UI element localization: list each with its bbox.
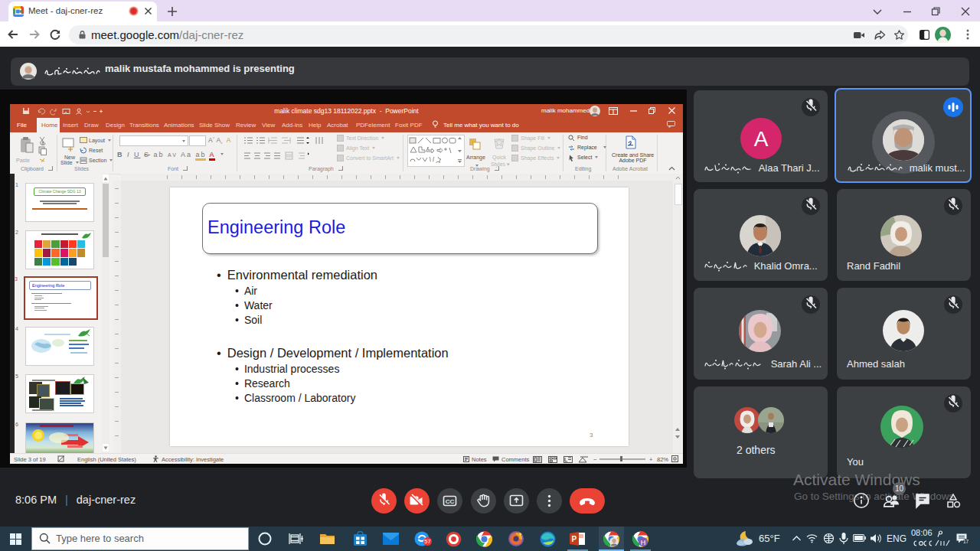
- svg-text:A: A: [754, 127, 769, 151]
- svg-text:H: H: [641, 539, 646, 546]
- svg-text:CC: CC: [445, 497, 454, 504]
- svg-text:P: P: [572, 535, 577, 543]
- svg-text:17: 17: [963, 539, 969, 544]
